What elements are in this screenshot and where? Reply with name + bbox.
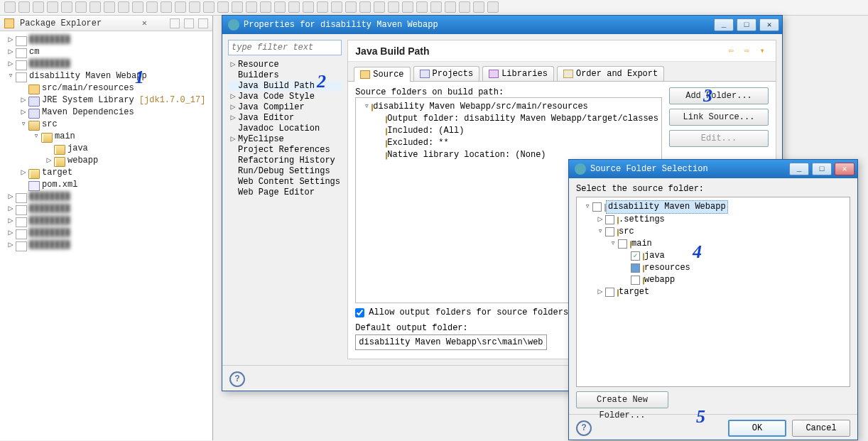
category-item[interactable]: ▷Java Code Style	[228, 92, 342, 102]
tab-projects[interactable]: Projects	[413, 66, 480, 81]
checkbox[interactable]	[605, 227, 614, 236]
expand-icon[interactable]: ▷	[6, 203, 16, 215]
expand-icon[interactable]: ▷	[6, 239, 16, 251]
category-item[interactable]: Builders	[228, 70, 342, 81]
dialog-titlebar[interactable]: Source Folder Selection _ □ ✕	[569, 160, 857, 178]
toolbar-icon[interactable]	[416, 1, 428, 13]
close-view-icon[interactable]: ✕	[142, 18, 147, 28]
category-item[interactable]: Refactoring History	[228, 156, 342, 166]
create-new-folder-button[interactable]: Create New Folder...	[576, 391, 668, 408]
category-item[interactable]: ▷Java Compiler	[228, 102, 342, 113]
forward-icon[interactable]: ⇨	[740, 45, 753, 57]
folder-tree-item[interactable]: ▿src	[580, 226, 847, 238]
expand-icon[interactable]: ▿	[362, 101, 371, 113]
tree-item[interactable]: ▷cm	[1, 46, 211, 58]
tree-item[interactable]: ▷webapp	[1, 155, 211, 167]
toolbar-icon[interactable]	[161, 1, 172, 13]
toolbar-icon[interactable]	[4, 1, 16, 13]
expand-icon[interactable]: ▷	[44, 155, 54, 167]
toolbar-icon[interactable]	[317, 1, 328, 13]
tab-libraries[interactable]: Libraries	[482, 66, 554, 81]
category-item[interactable]: Run/Debug Settings	[228, 166, 342, 177]
close-button[interactable]: ✕	[835, 163, 855, 175]
expand-icon[interactable]: ▷	[228, 60, 238, 70]
source-tree-item[interactable]: ▿disability Maven Webapp/src/main/resour…	[359, 101, 658, 113]
tree-item[interactable]: ▷████████	[1, 203, 211, 215]
folder-tree-item[interactable]: ▿disability Maven Webapp	[580, 200, 847, 214]
tree-item[interactable]: ▷████████	[1, 215, 211, 227]
checkbox[interactable]	[631, 263, 640, 273]
link-source-button[interactable]: Link Source...	[669, 109, 769, 126]
category-item[interactable]: Web Content Settings	[228, 177, 342, 187]
close-button[interactable]: ✕	[759, 18, 779, 31]
expand-icon[interactable]: ▷	[595, 286, 605, 298]
back-icon[interactable]: ⇦	[725, 45, 737, 57]
toolbar-icon[interactable]	[217, 1, 229, 13]
toolbar-icon[interactable]	[146, 1, 158, 13]
category-item[interactable]: ▷MyEclipse	[228, 134, 342, 145]
toolbar-icon[interactable]	[33, 1, 44, 13]
ok-button[interactable]: OK	[728, 420, 786, 437]
category-item[interactable]: Project References	[228, 145, 342, 156]
toolbar-icon[interactable]	[445, 1, 456, 13]
category-tree[interactable]: ▷ResourceBuildersJava Build Path▷Java Co…	[228, 60, 342, 198]
dialog-titlebar[interactable]: Properties for disability Maven Webapp _…	[222, 16, 782, 34]
toolbar-icon[interactable]	[61, 1, 72, 13]
edit-button[interactable]: Edit...	[669, 130, 769, 147]
view-menu-icon[interactable]	[198, 18, 208, 28]
tree-item[interactable]: ▿src	[1, 119, 211, 131]
allow-output-checkbox[interactable]	[355, 308, 364, 317]
tree-item[interactable]: ▿main	[1, 131, 211, 143]
toolbar-icon[interactable]	[18, 1, 30, 13]
expand-icon[interactable]: ▷	[228, 92, 238, 102]
expand-icon[interactable]: ▿	[582, 201, 592, 213]
toolbar-icon[interactable]	[203, 1, 215, 13]
expand-icon[interactable]: ▿	[608, 238, 618, 250]
tree-item[interactable]: ▷████████	[1, 239, 211, 251]
category-item[interactable]: Java Build Path	[228, 81, 342, 92]
category-item[interactable]: Javadoc Location	[228, 124, 342, 134]
toolbar-icon[interactable]	[345, 1, 357, 13]
link-editor-icon[interactable]	[184, 18, 194, 28]
folder-tree-item[interactable]: webapp	[580, 274, 847, 286]
checkbox[interactable]	[618, 239, 627, 249]
default-output-input[interactable]	[355, 334, 547, 350]
expand-icon[interactable]: ▷	[18, 167, 28, 179]
tree-item[interactable]: ▷target	[1, 167, 211, 179]
tree-item[interactable]: ▷Maven Dependencies	[1, 107, 211, 119]
tab-order-export[interactable]: Order and Export	[557, 66, 664, 81]
expand-icon[interactable]: ▷	[6, 58, 16, 70]
expand-icon[interactable]: ▷	[6, 46, 16, 58]
expand-icon[interactable]: ▷	[228, 102, 238, 113]
toolbar-icon[interactable]	[388, 1, 399, 13]
tree-item[interactable]: ▿disability Maven Webapp	[1, 70, 211, 82]
checkbox[interactable]	[605, 215, 614, 224]
checkbox[interactable]	[592, 202, 602, 212]
toolbar-icon[interactable]	[189, 1, 200, 13]
expand-icon[interactable]: ▷	[6, 191, 16, 203]
toolbar-icon[interactable]	[459, 1, 470, 13]
expand-icon[interactable]: ▷	[228, 134, 238, 145]
folder-tree-item[interactable]: ▷target	[580, 286, 847, 298]
tree-item[interactable]: ▷████████	[1, 191, 211, 203]
folder-tree-item[interactable]: ✓java	[580, 250, 847, 262]
toolbar-icon[interactable]	[132, 1, 143, 13]
source-tree-item[interactable]: Excluded: **	[359, 137, 658, 149]
category-item[interactable]: ▷Java Editor	[228, 113, 342, 124]
checkbox[interactable]	[631, 276, 640, 285]
checkbox[interactable]	[605, 288, 614, 297]
tree-item[interactable]: ▷████████	[1, 34, 211, 46]
add-folder-button[interactable]: Add Folder...	[669, 87, 769, 104]
folder-tree-item[interactable]: ▷.settings	[580, 214, 847, 226]
source-tree-item[interactable]: Output folder: disability Maven Webapp/t…	[359, 113, 658, 125]
expand-icon[interactable]: ▷	[228, 113, 238, 124]
expand-icon[interactable]: ▿	[6, 70, 16, 82]
menu-icon[interactable]: ▾	[756, 45, 769, 57]
collapse-all-icon[interactable]	[170, 18, 180, 28]
toolbar-icon[interactable]	[246, 1, 257, 13]
toolbar-icon[interactable]	[331, 1, 342, 13]
toolbar-icon[interactable]	[288, 1, 300, 13]
folder-tree-item[interactable]: resources	[580, 262, 847, 274]
toolbar-icon[interactable]	[359, 1, 371, 13]
toolbar-icon[interactable]	[232, 1, 243, 13]
